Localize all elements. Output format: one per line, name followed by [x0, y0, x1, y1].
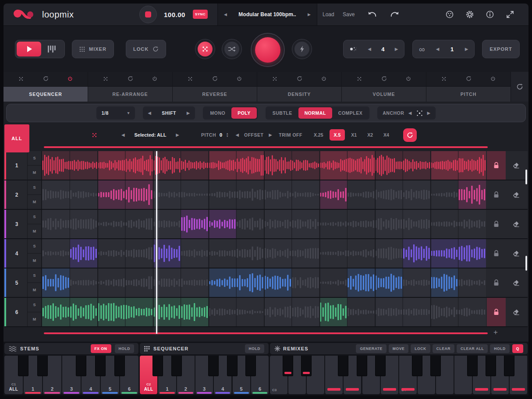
bars-prev-button[interactable]: ◀: [368, 47, 371, 51]
redo-icon[interactable]: [390, 11, 400, 18]
track-clear-button[interactable]: [506, 298, 526, 326]
track-lock-button[interactable]: [487, 210, 506, 238]
loop-prev-button[interactable]: ◀: [436, 47, 439, 51]
offset-prev-button[interactable]: ◀: [236, 133, 239, 137]
tab-re-arrange[interactable]: RE-ARRANGE: [88, 86, 172, 102]
selected-next-button[interactable]: ▶: [176, 133, 179, 137]
tab-dots-button[interactable]: [441, 75, 447, 83]
remix-black-key[interactable]: [357, 356, 367, 376]
sequencer-hold-button[interactable]: HOLD: [245, 344, 264, 353]
solo-button[interactable]: S: [28, 151, 41, 166]
remix-black-key[interactable]: [486, 356, 496, 376]
loop-range-bar-bottom[interactable]: [44, 332, 488, 334]
track-lock-button[interactable]: [487, 151, 506, 180]
speed-x.25[interactable]: X.25: [309, 129, 328, 141]
load-button[interactable]: Load: [323, 11, 334, 18]
remix-black-key[interactable]: [338, 356, 348, 376]
remix-black-key[interactable]: [504, 356, 514, 376]
solo-button[interactable]: S: [28, 180, 41, 195]
speed-x4[interactable]: X4: [379, 129, 394, 141]
pitch-value[interactable]: 0: [220, 132, 223, 138]
tab-dots-button[interactable]: [357, 75, 362, 83]
mono-button[interactable]: MONO: [204, 107, 231, 119]
waveform-display[interactable]: [42, 239, 486, 268]
tab-dots-button[interactable]: [188, 75, 193, 83]
sync-toggle[interactable]: SYNC: [193, 10, 208, 19]
preset-next-button[interactable]: ▶: [308, 12, 311, 17]
save-button[interactable]: Save: [343, 11, 355, 18]
tab-volume[interactable]: VOLUME: [342, 86, 426, 102]
tab-refresh-button[interactable]: [466, 75, 472, 83]
track-clear-button[interactable]: [506, 151, 526, 180]
track-number[interactable]: 3: [6, 210, 28, 238]
remix-black-key[interactable]: [430, 356, 441, 376]
tab-power-button[interactable]: [321, 75, 326, 83]
remix-black-key[interactable]: [412, 356, 422, 376]
tab-power-button[interactable]: [152, 75, 157, 83]
track-lock-button[interactable]: [487, 268, 506, 297]
global-refresh-button[interactable]: [511, 72, 528, 102]
sequencer-black-key[interactable]: [227, 356, 238, 376]
track-clear-button[interactable]: [506, 268, 526, 297]
tab-density[interactable]: DENSITY: [257, 86, 341, 102]
normal-button[interactable]: NORMAL: [298, 107, 332, 119]
bars-value[interactable]: 4: [381, 46, 384, 53]
shift-left-button[interactable]: ◀: [148, 111, 151, 115]
speed-x1[interactable]: X1: [347, 129, 361, 141]
solo-button[interactable]: S: [28, 239, 41, 254]
rate-dropdown[interactable]: 1/8 ▾: [96, 106, 135, 120]
speed-x2[interactable]: X2: [363, 129, 377, 141]
tab-dots-button[interactable]: [103, 75, 108, 83]
remix-black-key[interactable]: [467, 356, 478, 376]
stems-hold-button[interactable]: HOLD: [115, 344, 134, 353]
solo-button[interactable]: S: [28, 268, 41, 283]
tab-dots-button[interactable]: [18, 75, 24, 83]
record-main-button[interactable]: [251, 33, 285, 67]
track-clear-button[interactable]: [506, 239, 526, 268]
tab-power-button[interactable]: [490, 75, 496, 83]
remix-black-key[interactable]: [301, 356, 312, 376]
remixes-quantize-toggle[interactable]: Q: [512, 344, 523, 353]
mute-button[interactable]: M: [28, 195, 41, 209]
subtle-button[interactable]: SUBTLE: [266, 107, 298, 119]
track-clear-button[interactable]: [506, 210, 526, 238]
anchor-prev-button[interactable]: ◀: [408, 111, 411, 115]
track-number[interactable]: 6: [6, 298, 28, 326]
complex-button[interactable]: COMPLEX: [332, 107, 369, 119]
sequencer-black-key[interactable]: [153, 356, 163, 376]
tab-power-button[interactable]: [67, 75, 73, 83]
track-clear-button[interactable]: [506, 180, 526, 209]
stems-black-key[interactable]: [114, 356, 125, 376]
track-lock-button[interactable]: [487, 239, 506, 268]
remix-black-key[interactable]: [283, 356, 293, 376]
tab-refresh-button[interactable]: [297, 75, 302, 83]
mute-button[interactable]: M: [28, 224, 41, 238]
bars-next-button[interactable]: ▶: [395, 47, 398, 51]
remixes-lock-button[interactable]: LOCK: [411, 344, 430, 353]
info-icon[interactable]: [486, 10, 494, 19]
sequencer-black-key[interactable]: [171, 356, 182, 376]
stems-black-key[interactable]: [37, 356, 48, 376]
shift-right-button[interactable]: ▶: [187, 111, 190, 115]
pitch-stepper[interactable]: ▲▼: [226, 132, 229, 138]
mixer-button[interactable]: MIXER: [72, 40, 114, 58]
mute-button[interactable]: M: [28, 283, 41, 297]
preset-prev-button[interactable]: ◀: [224, 12, 227, 17]
tab-power-button[interactable]: [237, 75, 242, 83]
poly-button[interactable]: POLY: [231, 107, 257, 119]
play-button[interactable]: [17, 42, 41, 56]
selected-label[interactable]: Selected: ALL: [135, 132, 167, 138]
preset-name[interactable]: Modular Beat 100bpm..: [238, 11, 296, 18]
offset-next-button[interactable]: ▶: [269, 133, 272, 137]
solo-button[interactable]: S: [28, 298, 41, 312]
select-all-block[interactable]: ALL: [4, 124, 29, 152]
undo-icon[interactable]: [367, 11, 377, 18]
sequencer-black-key[interactable]: [208, 356, 219, 376]
add-track-button[interactable]: +: [493, 328, 498, 337]
waveform-display[interactable]: [42, 210, 486, 238]
tab-refresh-button[interactable]: [212, 75, 218, 83]
track-lock-button[interactable]: [487, 298, 506, 326]
tab-refresh-button[interactable]: [381, 75, 387, 83]
scroll-indicator[interactable]: [525, 256, 527, 271]
resize-icon[interactable]: [506, 10, 514, 19]
